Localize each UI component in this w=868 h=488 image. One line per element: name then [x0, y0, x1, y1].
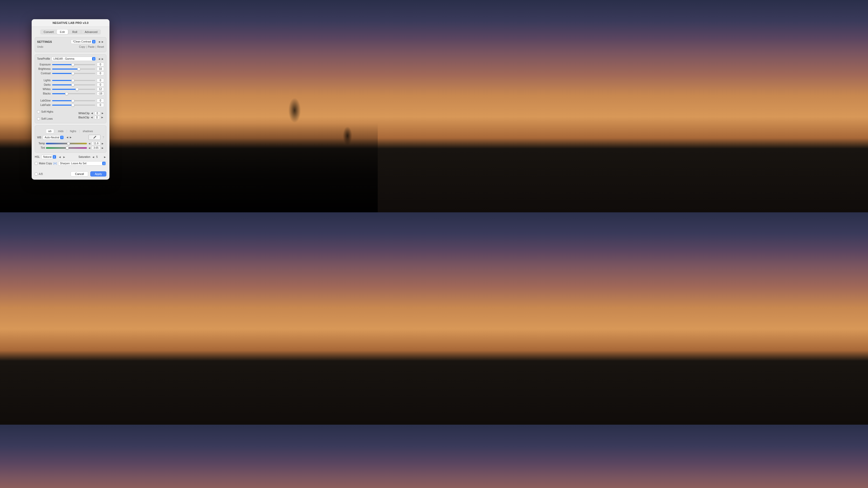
- blacks-label: Blacks: [37, 92, 51, 95]
- wb-select[interactable]: Auto-Neutral: [43, 135, 64, 140]
- apply-button[interactable]: Apply: [90, 171, 106, 176]
- tab-advanced[interactable]: Advanced: [82, 30, 101, 34]
- labglow-slider[interactable]: [52, 100, 95, 101]
- exposure-slider[interactable]: [52, 64, 95, 65]
- subtab-mids[interactable]: mids: [56, 129, 66, 133]
- soft-highs-check[interactable]: Soft Highs: [37, 110, 53, 113]
- wb-help[interactable]: ?: [102, 136, 104, 139]
- saturation-value[interactable]: 5: [96, 155, 102, 159]
- plus-link[interactable]: [+]: [54, 162, 57, 165]
- tab-convert[interactable]: Convert: [40, 30, 57, 34]
- ab-check[interactable]: A/B: [35, 173, 43, 175]
- slider-thumb: [66, 146, 69, 149]
- darks-slider[interactable]: [52, 84, 95, 85]
- blacks-value[interactable]: -16: [97, 92, 104, 95]
- wb-next[interactable]: ▶: [69, 136, 72, 139]
- subtab-wb[interactable]: wb: [46, 129, 54, 133]
- saturation-label: Saturation: [79, 155, 90, 159]
- make-copy-check[interactable]: Make Copy: [35, 162, 52, 165]
- soft-lows-check[interactable]: Soft Lows: [37, 117, 53, 120]
- labfade-slider[interactable]: [52, 105, 95, 106]
- tone-panel: ToneProfile LINEAR - Gamma ◀ ▶ Exposure0…: [35, 54, 106, 123]
- exposure-value[interactable]: 0: [97, 62, 104, 66]
- wb-prev[interactable]: ◀: [66, 136, 69, 139]
- chevron-updown-icon: [60, 136, 64, 139]
- saturation-prev[interactable]: ◀: [92, 156, 95, 159]
- subtab-highs[interactable]: highs: [68, 129, 79, 133]
- blackclip-next[interactable]: ▶: [101, 116, 104, 119]
- checkbox-icon: [35, 173, 38, 175]
- brightness-slider[interactable]: [52, 68, 95, 69]
- whites-label: Whites: [37, 88, 51, 91]
- blackclip-prev[interactable]: ◀: [90, 116, 93, 119]
- labglow-value[interactable]: 0: [97, 98, 104, 103]
- brightness-value[interactable]: 10: [97, 67, 104, 71]
- preset-select[interactable]: *Clean Contrast: [71, 39, 96, 44]
- lights-slider[interactable]: [52, 80, 95, 81]
- slider-thumb: [71, 104, 74, 107]
- exposure-row: Exposure0: [37, 62, 104, 66]
- labfade-value[interactable]: 0: [97, 103, 104, 107]
- tint-prev[interactable]: ◀: [88, 147, 91, 149]
- labfade-label: LabFade: [37, 104, 51, 107]
- tab-edit[interactable]: Edit: [57, 30, 68, 34]
- copy-link[interactable]: Copy: [79, 46, 85, 48]
- wb-panel: wb mids highs shadows WB Auto-Neutral ◀: [35, 125, 106, 153]
- saturation-next[interactable]: ▶: [103, 156, 106, 159]
- slider-thumb: [65, 92, 68, 95]
- toneprofile-prev[interactable]: ◀: [98, 58, 101, 60]
- whites-value[interactable]: 12: [97, 87, 104, 91]
- preset-next[interactable]: ▶: [101, 40, 104, 43]
- contrast-slider[interactable]: [52, 73, 95, 74]
- cancel-button[interactable]: Cancel: [70, 171, 88, 176]
- tint-next[interactable]: ▶: [101, 147, 104, 149]
- chevron-updown-icon: [92, 40, 95, 44]
- brightness-label: Brightness: [37, 67, 51, 70]
- whiteclip-next[interactable]: ▶: [101, 112, 104, 114]
- toneprofile-label: ToneProfile: [37, 57, 50, 60]
- blacks-row: Blacks-16: [37, 92, 104, 95]
- toneprofile-select[interactable]: LINEAR - Gamma: [52, 57, 96, 61]
- whiteclip-prev[interactable]: ◀: [91, 112, 93, 114]
- tint-slider[interactable]: [46, 147, 87, 149]
- whites-slider[interactable]: [52, 89, 95, 90]
- sharpen-select[interactable]: Sharpen: Leave As Set: [58, 161, 106, 166]
- whiteclip-label: WhiteClip: [79, 112, 90, 115]
- blacks-slider[interactable]: [52, 93, 95, 94]
- temp-prev[interactable]: ◀: [88, 142, 91, 145]
- contrast-value[interactable]: 0: [97, 71, 104, 75]
- preset-prev[interactable]: ◀: [98, 40, 101, 43]
- settings-label: SETTINGS: [37, 40, 52, 44]
- temp-next[interactable]: ▶: [101, 142, 104, 145]
- lights-value[interactable]: 0: [97, 78, 104, 82]
- undo-link[interactable]: Undo: [37, 46, 43, 48]
- checkbox-icon: [35, 162, 38, 165]
- temp-value[interactable]: 11.6: [92, 141, 100, 145]
- slider-thumb: [71, 99, 74, 102]
- hsl-select[interactable]: Natural: [41, 155, 57, 159]
- tint-label: Tint: [37, 146, 45, 149]
- blackclip-label: BlackClip: [79, 116, 89, 119]
- darks-value[interactable]: 0: [97, 83, 104, 87]
- temp-label: Temp: [37, 142, 45, 145]
- chevron-updown-icon: [92, 57, 95, 60]
- eyedropper-icon: [92, 136, 96, 139]
- blackclip-value[interactable]: 0: [94, 116, 100, 119]
- temp-slider[interactable]: [46, 143, 87, 144]
- tint-value[interactable]: 3.65: [92, 146, 100, 150]
- main-tabbar: Convert Edit Roll Advanced: [40, 29, 101, 34]
- hsl-next[interactable]: ▶: [63, 156, 66, 159]
- tab-roll[interactable]: Roll: [69, 30, 81, 34]
- slider-thumb: [77, 67, 81, 70]
- subtab-shadows[interactable]: shadows: [81, 129, 95, 133]
- toneprofile-next[interactable]: ▶: [101, 58, 104, 60]
- checkbox-icon: [37, 117, 40, 120]
- slider-thumb: [71, 83, 74, 86]
- paste-link[interactable]: Paste: [88, 46, 95, 48]
- contrast-label: Contrast: [37, 72, 51, 75]
- eyedropper-button[interactable]: [89, 135, 100, 140]
- hsl-prev[interactable]: ◀: [58, 156, 61, 159]
- whiteclip-value[interactable]: 0: [94, 112, 100, 115]
- reset-link[interactable]: Reset: [97, 46, 104, 48]
- slider-thumb: [71, 72, 74, 75]
